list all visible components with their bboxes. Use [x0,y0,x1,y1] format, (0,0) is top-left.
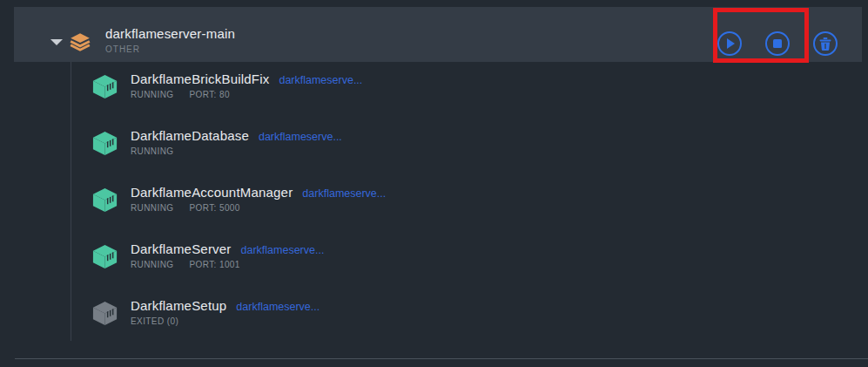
container-icon [91,74,119,99]
delete-button[interactable] [813,31,838,56]
container-name: DarkflameBrickBuildFix [131,71,269,86]
container-name: DarkflameDatabase [131,128,249,143]
stack-subtitle: OTHER [105,44,235,54]
container-icon [91,244,119,269]
container-row: DarkflameServer darkflameserve... RUNNIN… [91,241,386,298]
container-name: DarkflameSetup [131,298,226,313]
stop-button[interactable] [765,31,790,56]
play-icon [727,38,735,49]
container-row: DarkflameDatabase darkflameserve... RUNN… [91,128,386,185]
container-icon [91,131,119,156]
container-status-line: EXITED (0) [131,316,320,326]
container-image-link[interactable]: darkflameserve... [302,187,386,200]
container-status-line: RUNNINGPORT: 80 [131,90,362,99]
stack-layers-icon [69,31,91,53]
container-status-line: RUNNINGPORT: 5000 [131,203,386,213]
container-status-line: RUNNING [131,146,342,156]
container-port: PORT: 80 [189,90,229,99]
trash-icon [819,37,831,51]
stack-actions [717,31,838,56]
container-row: DarkflameSetup darkflameserve... EXITED … [91,298,386,355]
stack-title: darkflameserver-main [105,26,235,41]
container-name: DarkflameAccountManager [131,185,293,200]
container-port: PORT: 5000 [189,203,239,213]
stack-header: darkflameserver-main OTHER [14,7,862,62]
container-status: EXITED (0) [131,316,178,326]
stop-icon [773,39,782,48]
container-image-link[interactable]: darkflameserve... [241,244,325,256]
container-list: DarkflameBrickBuildFix darkflameserve...… [91,71,386,355]
start-button[interactable] [717,31,742,56]
container-status: RUNNING [131,260,173,269]
container-image-link[interactable]: darkflameserve... [259,131,342,143]
container-image-link[interactable]: darkflameserve... [279,74,362,86]
container-image-link[interactable]: darkflameserve... [236,301,320,313]
container-status: RUNNING [131,203,173,213]
bottom-divider [15,358,868,359]
container-row: DarkflameAccountManager darkflameserve..… [91,185,386,241]
container-port: PORT: 1001 [189,260,239,269]
container-icon [91,301,119,326]
container-status-line: RUNNINGPORT: 1001 [131,260,324,269]
container-name: DarkflameServer [131,241,232,256]
container-row: DarkflameBrickBuildFix darkflameserve...… [91,71,386,128]
container-status: RUNNING [131,146,173,156]
container-status: RUNNING [131,90,173,99]
chevron-down-icon[interactable] [50,39,63,45]
container-icon [91,187,119,213]
tree-indent-line [71,62,71,341]
